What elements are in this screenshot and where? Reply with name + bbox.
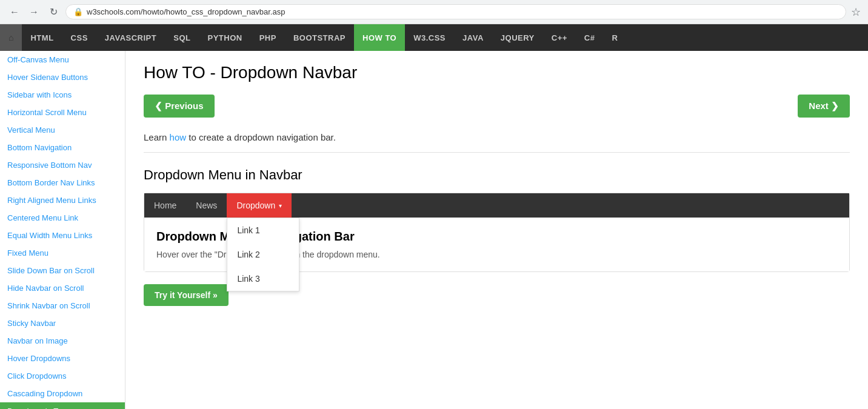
sidebar-item-bottom-border[interactable]: Bottom Border Nav Links	[0, 174, 125, 191]
demo-nav-news[interactable]: News	[186, 193, 227, 218]
dropdown-menu: Link 1 Link 2 Link 3	[227, 218, 299, 291]
nav-howto[interactable]: HOW TO	[354, 24, 405, 51]
sidebar-item-off-canvas-menu[interactable]: Off-Canvas Menu	[0, 51, 125, 68]
description-text: Learn	[144, 132, 170, 142]
sidebar-item-dropdown-topnav[interactable]: Dropdown in Topnav	[0, 402, 125, 409]
sidebar: Off-Canvas Menu Hover Sidenav Buttons Si…	[0, 51, 125, 409]
sidebar-item-sidebar-icons[interactable]: Sidebar with Icons	[0, 86, 125, 104]
address-bar[interactable]: 🔒 w3schools.com/howto/howto_css_dropdown…	[65, 4, 846, 19]
sidebar-item-equal-width[interactable]: Equal Width Menu Links	[0, 227, 125, 244]
demo-nav-home[interactable]: Home	[144, 193, 186, 218]
sidebar-item-hide-navbar[interactable]: Hide Navbar on Scroll	[0, 279, 125, 297]
nav-jquery[interactable]: JQUERY	[492, 24, 543, 51]
star-icon[interactable]: ☆	[851, 5, 861, 19]
dropdown-arrow-icon: ▾	[279, 202, 282, 209]
nav-csharp[interactable]: C#	[576, 24, 604, 51]
demo-box: Home News Dropdown ▾ Link 1 Link 2 Link …	[144, 193, 850, 272]
dropdown-link-1[interactable]: Link 1	[227, 218, 299, 242]
sidebar-item-shrink-navbar[interactable]: Shrink Navbar on Scroll	[0, 297, 125, 314]
nav-python[interactable]: PYTHON	[199, 24, 250, 51]
dropdown-label: Dropdown	[236, 201, 275, 210]
sidebar-item-slide-down[interactable]: Slide Down Bar on Scroll	[0, 262, 125, 279]
dropdown-link-2[interactable]: Link 2	[227, 242, 299, 267]
try-it-button[interactable]: Try it Yourself »	[144, 284, 229, 306]
nav-java[interactable]: JAVA	[454, 24, 492, 51]
back-button[interactable]: ←	[7, 5, 22, 19]
nav-sql[interactable]: SQL	[165, 24, 199, 51]
previous-button[interactable]: ❮ Previous	[144, 95, 215, 118]
nav-w3css[interactable]: W3.CSS	[405, 24, 454, 51]
main-content: How TO - Dropdown Navbar ❮ Previous Next…	[125, 51, 868, 409]
nav-bootstrap[interactable]: BOOTSTRAP	[285, 24, 354, 51]
nav-javascript[interactable]: JAVASCRIPT	[96, 24, 165, 51]
sidebar-item-navbar-image[interactable]: Navbar on Image	[0, 332, 125, 350]
url-text: w3schools.com/howto/howto_css_dropdown_n…	[87, 7, 285, 16]
sidebar-item-bottom-nav[interactable]: Bottom Navigation	[0, 139, 125, 156]
home-icon: ⌂	[8, 33, 13, 42]
next-button[interactable]: Next ❯	[798, 95, 850, 118]
sidebar-item-right-aligned[interactable]: Right Aligned Menu Links	[0, 191, 125, 209]
demo-nav-dropdown[interactable]: Dropdown ▾ Link 1 Link 2 Link 3	[227, 193, 292, 218]
sidebar-item-horizontal-scroll[interactable]: Horizontal Scroll Menu	[0, 104, 125, 121]
sidebar-item-hover-sidenav[interactable]: Hover Sidenav Buttons	[0, 68, 125, 86]
section-title: Dropdown Menu in Navbar	[144, 167, 850, 183]
sidebar-item-vertical-menu[interactable]: Vertical Menu	[0, 121, 125, 139]
page-layout: Off-Canvas Menu Hover Sidenav Buttons Si…	[0, 51, 868, 409]
dropdown-link-3[interactable]: Link 3	[227, 267, 299, 291]
nav-css[interactable]: CSS	[62, 24, 96, 51]
browser-chrome: ← → ↻ 🔒 w3schools.com/howto/howto_css_dr…	[0, 0, 868, 24]
sidebar-item-click-dropdowns[interactable]: Click Dropdowns	[0, 367, 125, 385]
nav-r[interactable]: R	[603, 24, 626, 51]
page-title: How TO - Dropdown Navbar	[144, 63, 850, 82]
description: Learn how to create a dropdown navigatio…	[144, 132, 850, 153]
top-nav: ⌂ HTML CSS JAVASCRIPT SQL PYTHON PHP BOO…	[0, 24, 868, 51]
nav-cpp[interactable]: C++	[543, 24, 576, 51]
sidebar-item-sticky-navbar[interactable]: Sticky Navbar	[0, 314, 125, 332]
demo-navbar: Home News Dropdown ▾ Link 1 Link 2 Link …	[144, 193, 849, 218]
home-nav-item[interactable]: ⌂	[0, 24, 22, 51]
nav-php[interactable]: PHP	[251, 24, 285, 51]
sidebar-item-centered-link[interactable]: Centered Menu Link	[0, 209, 125, 227]
nav-html[interactable]: HTML	[22, 24, 62, 51]
sidebar-item-cascading-dropdown[interactable]: Cascading Dropdown	[0, 385, 125, 402]
sidebar-item-responsive-bottom[interactable]: Responsive Bottom Nav	[0, 156, 125, 174]
forward-button[interactable]: →	[27, 5, 41, 19]
lock-icon: 🔒	[73, 7, 83, 16]
description-link[interactable]: how	[170, 132, 187, 142]
reload-button[interactable]: ↻	[46, 5, 61, 19]
sidebar-item-fixed-menu[interactable]: Fixed Menu	[0, 244, 125, 262]
nav-buttons: ❮ Previous Next ❯	[144, 95, 850, 118]
description-suffix: to create a dropdown navigation bar.	[186, 132, 336, 142]
sidebar-item-hover-dropdowns[interactable]: Hover Dropdowns	[0, 350, 125, 367]
